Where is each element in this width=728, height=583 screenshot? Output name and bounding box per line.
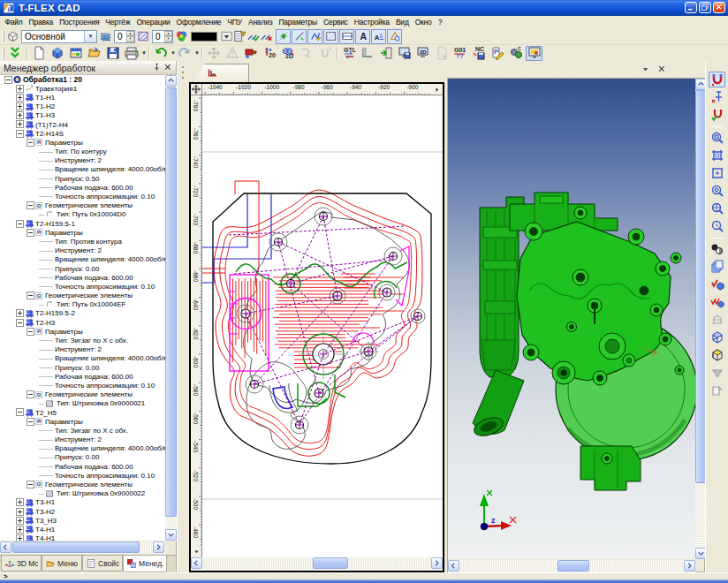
tree-row[interactable]: T3-H2 [0,507,165,516]
tree-expand-box[interactable] [27,229,34,237]
open-button[interactable] [86,46,102,61]
document-tab[interactable] [193,64,249,82]
shaded-button[interactable] [709,347,725,363]
zoom-previous-button[interactable] [709,218,725,234]
tree-expand-box[interactable] [27,292,34,299]
priority-button[interactable] [137,29,150,44]
print-dropdown[interactable]: ▼ [141,46,147,61]
tree-row[interactable]: GГеометрические элементы [0,201,165,210]
tree-expand-box[interactable] [16,319,24,327]
tree-expand-box[interactable] [16,408,24,416]
tree-row[interactable]: Точность аппроксимации: 0.10 [0,282,165,291]
scroll-right-button[interactable] [684,560,695,572]
toggle-hatches-button[interactable] [323,29,338,44]
menu-item-13[interactable]: ? [435,17,445,27]
view3d-horizontal-scrollbar[interactable] [448,560,695,572]
tree-row[interactable]: (T1)T2-H4 [0,120,165,129]
tree-row[interactable]: T2-H3 [0,318,165,327]
scroll-thumb[interactable] [313,557,348,569]
perspective-button[interactable] [709,365,725,381]
tree-row[interactable]: Рабочая подача: 600.00 [0,372,165,381]
tree-row[interactable]: PПараметры [0,228,165,237]
tree-row[interactable]: Точность аппроксимации: 0.10 [0,192,165,201]
toggle-texts-button[interactable]: A [355,29,370,44]
tree-vertical-scrollbar[interactable] [165,75,177,541]
tree-row[interactable]: T1-H1 [0,93,165,102]
edit-path-button[interactable] [298,46,315,61]
toolbar-grip[interactable] [2,31,4,42]
menu-item-9[interactable]: Сервис [320,17,351,27]
snap-magnet-button[interactable] [709,72,725,87]
restore-button[interactable] [699,2,711,13]
tree-row[interactable]: PПараметры [0,327,165,336]
hide-elements-button[interactable] [260,29,273,44]
tree-expand-box[interactable] [16,130,24,138]
gtl-export-button[interactable]: GTL [340,46,357,61]
zoom-dynamic-button[interactable] [709,183,725,199]
show-elements-button[interactable] [246,29,260,44]
tree-expand-box[interactable] [27,328,34,336]
tree-row[interactable]: T2-H14S [0,129,165,138]
zoom-all-button[interactable] [709,201,725,216]
ruler-scroll-right-button[interactable] [431,84,443,95]
tree-row[interactable]: Тип: Путь 0x10004D0 [0,210,165,219]
tab-3d-model[interactable]: 3D Мо... [1,556,42,572]
tree-row[interactable]: T2_H5 [0,408,165,417]
tree-row[interactable]: Точность аппроксимации: 0.10 [0,471,165,480]
profile-button[interactable] [359,46,375,61]
toggle-tolerances-button[interactable] [387,29,402,44]
tree-expand-box[interactable] [16,517,24,525]
new-from-template-button[interactable] [67,46,84,61]
menu-item-6[interactable]: ЧПУ [224,17,246,27]
scroll-left-button[interactable] [0,541,11,553]
toggle-dimensions-button[interactable] [339,29,354,44]
priority-spinner[interactable]: 0▲▼ [152,30,173,43]
tree-row[interactable]: Припуск: 0.00 [0,363,165,372]
redo-dropdown[interactable]: ▼ [194,46,200,61]
new-3d-document-button[interactable] [49,46,65,61]
sheet-button[interactable] [709,382,725,398]
menu-item-0[interactable]: Файл [2,17,26,27]
menu-item-4[interactable]: Операции [133,17,173,27]
tree-row[interactable]: Траектория1 [0,84,165,93]
tree-expand-box[interactable] [16,534,24,541]
regenerate-button[interactable] [709,276,725,292]
level-spinner[interactable]: 0▲▼ [114,30,135,43]
tree-expand-box[interactable] [27,139,34,147]
layers-button[interactable] [99,29,112,44]
tree-row[interactable]: GГеометрические элементы [0,292,165,300]
material-button[interactable] [242,46,259,61]
postprocessor-edit-button[interactable]: P [489,46,505,61]
tree-expand-box[interactable] [16,85,24,93]
chevron-down-icon[interactable]: ▼ [84,31,96,42]
tree-row[interactable]: T4-H1 [0,534,165,541]
fit-selection-button[interactable] [709,165,725,181]
tree-expand-box[interactable] [4,76,12,84]
apply-snap-button[interactable] [709,107,725,123]
move-button[interactable] [205,46,222,61]
tree-row[interactable]: Вращение шпинделя: 4000.00об/мин [0,255,165,264]
save-view-button[interactable] [396,46,413,61]
undo-button[interactable] [152,46,169,61]
menu-item-7[interactable]: Анализ [245,17,276,27]
tree-expand-box[interactable] [16,120,24,128]
unpin-snap-button[interactable] [709,89,725,105]
tree-row[interactable]: Вращение шпинделя: 4000.00об/мин [0,354,165,363]
tree-row[interactable]: Рабочая подача: 600.00 [0,273,165,282]
gcode-button[interactable]: G01?? [451,46,468,61]
copy-view-button[interactable] [709,259,725,275]
tree-row[interactable]: Инструмент: 2 [0,156,165,165]
tree-row[interactable]: Инструмент: 2 [0,246,165,255]
window-menu-button[interactable] [640,64,651,74]
color-button[interactable] [175,29,188,44]
save-nc-button[interactable]: NC [470,46,487,61]
wireframe-button[interactable] [709,329,725,345]
minimize-button[interactable] [685,2,697,13]
scroll-thumb[interactable] [165,87,177,517]
menu-item-11[interactable]: Вид [392,17,412,27]
menu-item-12[interactable]: Окно [412,17,435,27]
tree-expand-box[interactable] [27,418,34,426]
tree-expand-box[interactable] [16,498,24,506]
tree-expand-box[interactable] [27,481,34,488]
menu-item-5[interactable]: Оформление [173,17,224,27]
